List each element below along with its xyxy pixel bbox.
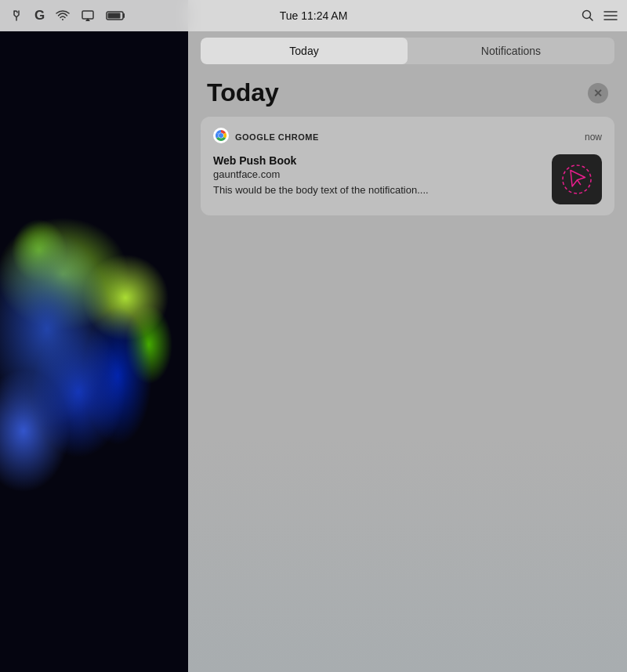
menubar: G Tue 11:24 AM — [0, 0, 627, 31]
close-button[interactable]: ✕ — [588, 83, 608, 103]
airplay-icon — [81, 9, 95, 22]
hamburger-icon[interactable] — [603, 10, 618, 21]
tab-today[interactable]: Today — [201, 38, 408, 64]
wallpaper-bg — [0, 0, 188, 672]
today-heading: Today — [207, 78, 279, 107]
card-header: GOOGLE CHROME now — [213, 128, 602, 146]
notification-image — [552, 154, 602, 204]
svg-point-6 — [219, 133, 223, 138]
menubar-clock: Tue 11:24 AM — [280, 9, 348, 22]
chrome-app-icon — [213, 128, 229, 146]
google-icon: G — [34, 8, 45, 23]
notification-time: now — [585, 132, 602, 143]
tab-today-label: Today — [289, 45, 318, 57]
close-icon: ✕ — [593, 87, 603, 99]
card-body: Web Push Book gauntface.com This would b… — [213, 154, 602, 204]
wifi-icon — [56, 10, 70, 21]
card-header-left: GOOGLE CHROME — [213, 128, 319, 146]
notification-center-panel: Today Notifications Today ✕ — [188, 0, 627, 672]
notification-title: Web Push Book — [213, 154, 542, 167]
menubar-right-icons — [582, 9, 618, 22]
fork-icon — [9, 9, 24, 23]
search-icon[interactable] — [582, 9, 594, 22]
nc-tab-bar: Today Notifications — [201, 38, 614, 64]
panel-bottom-fade — [188, 437, 627, 672]
app-name: GOOGLE CHROME — [235, 132, 319, 142]
notification-card: GOOGLE CHROME now Web Push Book gauntfac… — [201, 117, 614, 215]
nc-header: Today ✕ — [188, 64, 627, 117]
notification-url: gauntface.com — [213, 168, 542, 180]
notification-body: This would be the body text of the notif… — [213, 183, 542, 197]
clock-time: Tue 11:24 AM — [280, 9, 348, 22]
tab-notifications-label: Notifications — [481, 45, 541, 57]
svg-point-7 — [563, 165, 591, 193]
svg-rect-0 — [82, 11, 93, 19]
card-text: Web Push Book gauntface.com This would b… — [213, 154, 542, 197]
desktop-wallpaper — [0, 0, 188, 672]
tab-notifications[interactable]: Notifications — [408, 38, 614, 64]
svg-rect-2 — [108, 13, 121, 19]
battery-icon — [106, 10, 126, 21]
